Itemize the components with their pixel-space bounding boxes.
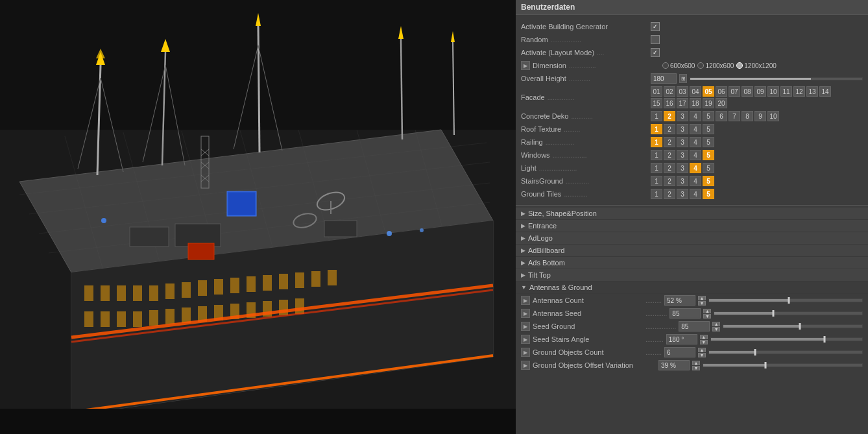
light-btns-btn-2[interactable]: 3 <box>677 163 688 173</box>
stairs-ground-btns-btn-1[interactable]: 2 <box>664 176 675 186</box>
dimension-icon[interactable]: ▶ <box>521 61 530 70</box>
stairs-ground-btns-btn-3[interactable]: 4 <box>690 176 701 186</box>
dimension-radio-1[interactable] <box>662 62 669 69</box>
facade-btns-btn-16[interactable]: 17 <box>677 98 688 108</box>
roof-texture-btns-btn-4[interactable]: 5 <box>703 124 714 134</box>
ground-objects-count-up[interactable]: ▲ <box>698 348 706 352</box>
entrance-section[interactable]: ▶ Entrance <box>516 220 868 232</box>
concrete-deko-btns-btn-4[interactable]: 5 <box>703 111 714 121</box>
seed-ground-up[interactable]: ▲ <box>712 322 720 326</box>
seed-stairs-angle-slider[interactable] <box>710 337 863 341</box>
facade-btns-btn-17[interactable]: 18 <box>690 98 701 108</box>
concrete-deko-btns-btn-7[interactable]: 8 <box>741 111 753 121</box>
overall-height-slider[interactable] <box>690 77 863 80</box>
windows-btns-btn-1[interactable]: 2 <box>664 150 675 160</box>
railing-btns-btn-3[interactable]: 4 <box>690 137 701 147</box>
dimension-radio-2[interactable] <box>697 62 704 69</box>
antennas-count-icon[interactable]: ▶ <box>521 296 530 305</box>
concrete-deko-btns-btn-9[interactable]: 10 <box>767 111 779 121</box>
stairs-ground-btns-btn-2[interactable]: 3 <box>677 176 688 186</box>
facade-btns-btn-14[interactable]: 15 <box>651 98 662 108</box>
ground-objects-offset-slider[interactable] <box>703 363 863 367</box>
antennas-count-slider[interactable] <box>708 298 863 302</box>
antennas-count-down[interactable]: ▼ <box>698 301 706 306</box>
seed-ground-down[interactable]: ▼ <box>712 327 720 332</box>
seed-stairs-angle-icon[interactable]: ▶ <box>521 335 530 344</box>
ground-tiles-btns-btn-4[interactable]: 5 <box>703 189 714 199</box>
antennas-seed-icon[interactable]: ▶ <box>521 309 530 318</box>
windows-btns-btn-2[interactable]: 3 <box>677 150 688 160</box>
seed-ground-slider[interactable] <box>723 324 863 328</box>
ad-billboard-section[interactable]: ▶ AdBillboard <box>516 245 868 257</box>
facade-btns-btn-13[interactable]: 14 <box>819 86 831 97</box>
overall-height-stepper[interactable]: ⊞ <box>679 74 687 83</box>
ground-tiles-btns-btn-2[interactable]: 3 <box>677 189 688 199</box>
dimension-option-2[interactable]: 1200x600 <box>697 62 734 69</box>
dimension-option-3[interactable]: 1200x1200 <box>736 62 777 69</box>
antennas-seed-input[interactable] <box>669 308 701 319</box>
railing-btns-btn-0[interactable]: 1 <box>651 137 662 147</box>
facade-btns-btn-15[interactable]: 16 <box>664 98 675 108</box>
ad-logo-section[interactable]: ▶ AdLogo <box>516 232 868 245</box>
ground-objects-offset-input[interactable] <box>658 360 690 370</box>
size-shape-section[interactable]: ▶ Size, Shape&Position <box>516 208 868 220</box>
ground-objects-count-slider[interactable] <box>708 350 863 354</box>
railing-btns-btn-4[interactable]: 5 <box>703 137 714 147</box>
tilt-top-section[interactable]: ▶ Tilt Top <box>516 269 868 282</box>
facade-btns-btn-6[interactable]: 07 <box>729 86 740 97</box>
facade-btns-btn-7[interactable]: 08 <box>741 86 753 97</box>
facade-btns-btn-11[interactable]: 12 <box>793 86 805 97</box>
dimension-option-1[interactable]: 600x600 <box>662 62 695 69</box>
activate-layout-checkbox[interactable] <box>651 48 660 57</box>
roof-texture-btns-btn-1[interactable]: 2 <box>664 124 675 134</box>
seed-ground-input[interactable] <box>679 321 710 332</box>
facade-btns-btn-8[interactable]: 09 <box>754 86 766 97</box>
stairs-ground-btns-btn-0[interactable]: 1 <box>651 176 662 186</box>
ground-objects-offset-down[interactable]: ▼ <box>692 366 700 370</box>
light-btns-btn-1[interactable]: 2 <box>664 163 675 173</box>
concrete-deko-btns-btn-6[interactable]: 7 <box>729 111 740 121</box>
railing-btns-btn-2[interactable]: 3 <box>677 137 688 147</box>
roof-texture-btns-btn-3[interactable]: 4 <box>690 124 701 134</box>
facade-btns-btn-18[interactable]: 19 <box>703 98 714 108</box>
windows-btns-btn-4[interactable]: 5 <box>703 150 714 160</box>
railing-btns-btn-1[interactable]: 2 <box>664 137 675 147</box>
seed-ground-icon[interactable]: ▶ <box>521 322 530 331</box>
concrete-deko-btns-btn-2[interactable]: 3 <box>677 111 688 121</box>
random-checkbox[interactable] <box>651 35 660 44</box>
seed-stairs-angle-input[interactable] <box>666 334 697 344</box>
ground-objects-offset-up[interactable]: ▲ <box>692 361 700 365</box>
seed-stairs-angle-down[interactable]: ▼ <box>700 340 708 344</box>
antennas-seed-up[interactable]: ▲ <box>703 309 711 313</box>
facade-btns-btn-2[interactable]: 03 <box>677 86 688 97</box>
facade-btns-btn-10[interactable]: 11 <box>780 86 792 97</box>
ground-objects-count-down[interactable]: ▼ <box>698 353 706 357</box>
panel-body[interactable]: Activate Building Generator Random .....… <box>516 15 868 434</box>
facade-btns-btn-1[interactable]: 02 <box>664 86 675 97</box>
antennas-seed-down[interactable]: ▼ <box>703 314 711 319</box>
antennas-ground-section[interactable]: ▼ Antennas & Ground <box>516 282 868 294</box>
light-btns-btn-4[interactable]: 5 <box>703 163 714 173</box>
light-btns-btn-0[interactable]: 1 <box>651 163 662 173</box>
activate-building-checkbox[interactable] <box>651 22 660 31</box>
roof-texture-btns-btn-0[interactable]: 1 <box>651 124 662 134</box>
ads-bottom-section[interactable]: ▶ Ads Bottom <box>516 257 868 269</box>
facade-btns-btn-5[interactable]: 06 <box>716 86 727 97</box>
ground-objects-count-icon[interactable]: ▶ <box>521 348 530 357</box>
overall-height-input[interactable] <box>651 73 677 84</box>
facade-btns-btn-0[interactable]: 01 <box>651 86 662 97</box>
facade-btns-btn-12[interactable]: 13 <box>806 86 818 97</box>
antennas-count-up[interactable]: ▲ <box>698 296 706 300</box>
facade-btns-btn-9[interactable]: 10 <box>767 86 779 97</box>
concrete-deko-btns-btn-8[interactable]: 9 <box>754 111 766 121</box>
facade-btns-btn-4[interactable]: 05 <box>703 86 714 97</box>
facade-btns-btn-3[interactable]: 04 <box>690 86 701 97</box>
facade-btns-btn-19[interactable]: 20 <box>716 98 727 108</box>
light-btns-btn-3[interactable]: 4 <box>690 163 701 173</box>
windows-btns-btn-0[interactable]: 1 <box>651 150 662 160</box>
seed-stairs-angle-up[interactable]: ▲ <box>700 335 708 339</box>
windows-btns-btn-3[interactable]: 4 <box>690 150 701 160</box>
dimension-radio-3[interactable] <box>736 62 743 69</box>
concrete-deko-btns-btn-5[interactable]: 6 <box>716 111 727 121</box>
antennas-seed-slider[interactable] <box>714 311 863 315</box>
